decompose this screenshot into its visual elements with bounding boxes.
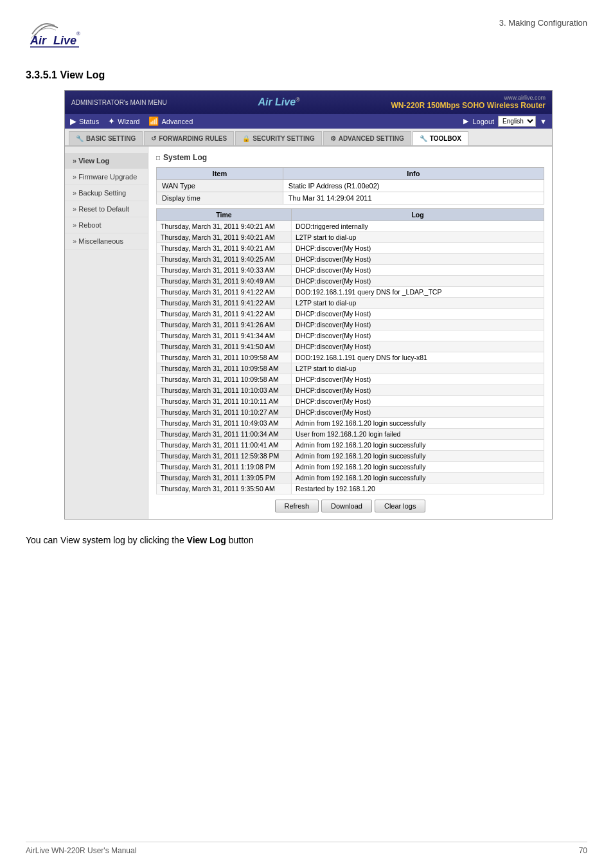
info-item-label: WAN Type [157,180,283,192]
log-entry: DHCP:discover(My Host) [292,254,544,265]
log-entry: User from 192.168.1.20 login failed [292,429,544,440]
sidebar-item-miscellaneous[interactable]: Miscellaneous [65,233,148,249]
tab-advanced-label: ADVANCED SETTING [339,135,404,142]
nav-status[interactable]: ▶ Status [70,116,99,126]
log-time: Thursday, March 31, 2011 9:40:33 AM [157,265,292,276]
log-row: Thursday, March 31, 2011 9:40:21 AMDHCP:… [157,243,544,254]
log-row: Thursday, March 31, 2011 9:41:22 AML2TP … [157,298,544,309]
page-header: Air Live ® 3. Making Configuration [26,13,587,50]
nav-advanced[interactable]: 📶 Advanced [148,116,193,126]
tab-basic-setting[interactable]: 🔧 BASIC SETTING [69,131,143,145]
log-entry: DHCP:discover(My Host) [292,330,544,341]
sidebar-item-firmware-upgrade[interactable]: Firmware Upgrade [65,169,148,185]
airlive-logo: Air Live ® [26,13,109,48]
info-col-info: Info [283,168,544,180]
log-time: Thursday, March 31, 2011 10:10:11 AM [157,396,292,407]
log-time: Thursday, March 31, 2011 10:49:03 AM [157,418,292,429]
refresh-button[interactable]: Refresh [275,500,319,512]
bottom-text-suffix: button [226,535,254,545]
button-row: Refresh Download Clear logs [156,500,544,512]
download-button[interactable]: Download [321,500,372,512]
router-header: ADMINISTRATOR's MAIN MENU Air Live® www.… [65,91,552,114]
nav-language-select[interactable]: English [498,116,536,127]
log-row: Thursday, March 31, 2011 10:09:58 AMDOD:… [157,352,544,363]
nav-logout-label[interactable]: Logout [472,118,494,125]
chapter-label: 3. Making Configuration [499,18,587,28]
tab-basic-setting-icon: 🔧 [76,135,84,142]
log-row: Thursday, March 31, 2011 9:41:34 AMDHCP:… [157,330,544,341]
footer-left: AirLive WN-220R User's Manual [26,846,136,855]
tab-advanced-setting[interactable]: ⚙ ADVANCED SETTING [323,131,411,145]
log-row: Thursday, March 31, 2011 10:10:11 AMDHCP… [157,396,544,407]
advanced-icon: 📶 [148,116,159,126]
sidebar-item-view-log[interactable]: View Log [65,153,148,169]
log-entry: Admin from 192.168.1.20 login successful… [292,451,544,462]
panel-title: System Log [156,153,544,162]
tab-forwarding-rules[interactable]: ↺ FORWARDING RULES [144,131,234,145]
log-entry: Restarted by 192.168.1.20 [292,484,544,494]
log-row: Thursday, March 31, 2011 11:00:41 AMAdmi… [157,440,544,451]
log-row: Thursday, March 31, 2011 1:39:05 PMAdmin… [157,473,544,484]
log-row: Thursday, March 31, 2011 9:41:50 AMDHCP:… [157,341,544,352]
tab-toolbox[interactable]: 🔧 TOOLBOX [413,131,468,145]
nav-wizard-label: Wizard [118,118,139,125]
tab-bar: 🔧 BASIC SETTING ↺ FORWARDING RULES 🔒 SEC… [65,129,552,147]
nav-status-label: Status [79,118,99,125]
log-row: Thursday, March 31, 2011 9:41:22 AMDOD:1… [157,287,544,298]
tab-toolbox-label: TOOLBOX [430,135,461,142]
sidebar-item-backup-setting[interactable]: Backup Setting [65,185,148,201]
router-logo: Air Live® [167,96,391,108]
log-time: Thursday, March 31, 2011 11:00:41 AM [157,440,292,451]
log-entry: L2TP start to dial-up [292,298,544,309]
logo-area: Air Live ® [26,13,109,50]
log-time: Thursday, March 31, 2011 9:40:21 AM [157,243,292,254]
log-entry: DHCP:discover(My Host) [292,309,544,320]
log-time: Thursday, March 31, 2011 10:09:58 AM [157,352,292,363]
log-time: Thursday, March 31, 2011 10:10:27 AM [157,407,292,418]
router-model: WN-220R 150Mbps SOHO Wireless Router [391,101,546,110]
info-table: Item Info WAN TypeStatic IP Address (R1.… [156,167,544,204]
nav-dropdown-icon: ▼ [540,118,547,125]
content-panel: System Log Item Info WAN TypeStatic IP A… [148,147,552,519]
log-time: Thursday, March 31, 2011 9:40:25 AM [157,254,292,265]
info-item-value: Thu Mar 31 14:29:04 2011 [283,192,544,204]
router-url: www.airlive.com [391,95,546,101]
nav-advanced-label: Advanced [161,118,193,125]
svg-text:Air: Air [30,34,47,47]
tab-basic-setting-label: BASIC SETTING [86,135,136,142]
log-row: Thursday, March 31, 2011 9:35:50 AMResta… [157,484,544,494]
log-row: Thursday, March 31, 2011 9:40:21 AML2TP … [157,232,544,243]
info-row: WAN TypeStatic IP Address (R1.00e02) [157,180,544,192]
log-time: Thursday, March 31, 2011 1:39:05 PM [157,473,292,484]
log-entry: Admin from 192.168.1.20 login successful… [292,462,544,473]
tab-security-setting[interactable]: 🔒 SECURITY SETTING [235,131,322,145]
log-row: Thursday, March 31, 2011 10:10:27 AMDHCP… [157,407,544,418]
tab-advanced-icon: ⚙ [330,135,336,142]
nav-arrow-icon: ▶ [463,117,468,125]
log-time: Thursday, March 31, 2011 9:35:50 AM [157,484,292,494]
page-footer: AirLive WN-220R User's Manual 70 [26,842,587,855]
nav-wizard[interactable]: ✦ Wizard [108,116,139,126]
router-ui: ADMINISTRATOR's MAIN MENU Air Live® www.… [64,90,553,520]
log-entry: DOD:192.168.1.191 query DNS for _LDAP._T… [292,287,544,298]
log-table: Time Log Thursday, March 31, 2011 9:40:2… [156,208,544,494]
log-time: Thursday, March 31, 2011 10:10:03 AM [157,385,292,396]
log-time: Thursday, March 31, 2011 11:00:34 AM [157,429,292,440]
svg-text:Live: Live [53,34,76,47]
log-time: Thursday, March 31, 2011 9:41:50 AM [157,341,292,352]
log-entry: DOD:192.168.1.191 query DNS for lucy-x81 [292,352,544,363]
log-entry: DHCP:discover(My Host) [292,341,544,352]
log-row: Thursday, March 31, 2011 9:40:21 AMDOD:t… [157,221,544,232]
clear-logs-button[interactable]: Clear logs [375,500,426,512]
log-entry: DHCP:discover(My Host) [292,265,544,276]
log-time: Thursday, March 31, 2011 9:41:34 AM [157,330,292,341]
log-time: Thursday, March 31, 2011 9:41:22 AM [157,287,292,298]
log-row: Thursday, March 31, 2011 9:41:22 AMDHCP:… [157,309,544,320]
log-entry: DHCP:discover(My Host) [292,407,544,418]
sidebar-item-reset-default[interactable]: Reset to Default [65,201,148,217]
status-icon: ▶ [70,116,76,126]
log-entry: Admin from 192.168.1.20 login successful… [292,418,544,429]
sidebar-item-reboot[interactable]: Reboot [65,217,148,233]
log-row: Thursday, March 31, 2011 9:40:49 AMDHCP:… [157,276,544,287]
log-entry: DHCP:discover(My Host) [292,396,544,407]
